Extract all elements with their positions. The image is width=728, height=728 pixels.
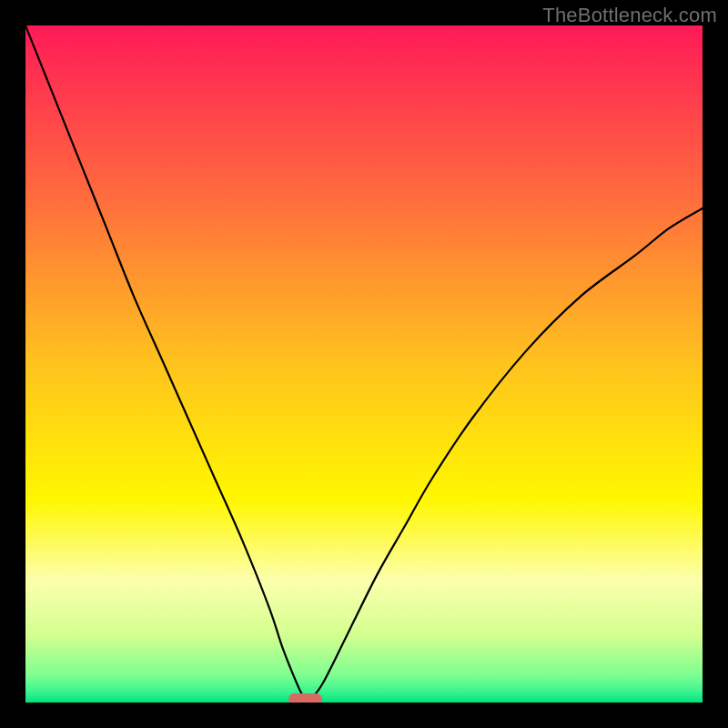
watermark-text: TheBottleneck.com <box>542 4 717 27</box>
optimal-marker <box>288 693 322 703</box>
plot-area <box>25 25 703 703</box>
curve-layer <box>25 25 703 703</box>
bottleneck-curve <box>25 25 703 700</box>
outer-frame: TheBottleneck.com <box>0 0 728 728</box>
